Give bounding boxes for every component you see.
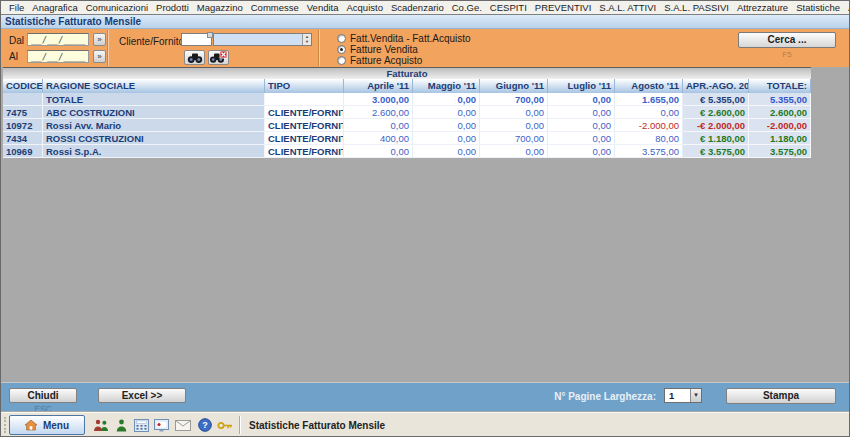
menu-button[interactable]: Menu — [9, 415, 85, 435]
col-header-9[interactable]: TOTALE: — [749, 79, 811, 93]
table-row[interactable]: 7434ROSSI COSTRUZIONICLIENTE/FORNITORE40… — [3, 132, 811, 145]
menu-button-label: Menu — [43, 420, 69, 431]
cell-month-4: -2.000,00 — [615, 119, 683, 132]
cell-ragione-sociale: ABC COSTRUZIONI — [43, 106, 265, 119]
col-header-8[interactable]: APR.-AGO. 2011 — [683, 79, 749, 93]
monitor-icon — [154, 419, 169, 432]
help-icon: ? — [198, 418, 212, 432]
col-header-2[interactable]: TIPO — [265, 79, 344, 93]
cell-month-3: 0,00 — [548, 119, 615, 132]
cell-month-0: 0,00 — [344, 145, 413, 158]
radio-label: Fatt.Vendita - Fatt.Acquisto — [350, 33, 471, 44]
al-calendar-button[interactable]: » — [93, 50, 106, 63]
menu-item-s-a-l-passivi[interactable]: S.A.L. PASSIVI — [660, 2, 733, 13]
cell-codice — [3, 93, 43, 106]
search-client-button[interactable] — [184, 50, 205, 65]
col-header-5[interactable]: Giugno '11 — [480, 79, 548, 93]
cliente-name-field[interactable]: ▲▼ — [213, 33, 312, 46]
cell-tipo: CLIENTE/FORNITORE — [265, 132, 344, 145]
cell-month-3: 0,00 — [548, 93, 615, 106]
dal-date-input[interactable]: __/__/____ — [27, 33, 89, 46]
clear-client-button[interactable] — [208, 50, 229, 65]
radio-option-2[interactable]: Fatture Acquisto — [337, 55, 422, 66]
col-header-6[interactable]: Luglio '11 — [548, 79, 615, 93]
cell-tipo: CLIENTE/FORNITORE — [265, 145, 344, 158]
cell-month-4: 80,00 — [615, 132, 683, 145]
menu-item-aiuto[interactable]: Aiuto — [844, 2, 850, 13]
calculator-button[interactable] — [131, 416, 151, 434]
col-header-0[interactable]: CODICE — [3, 79, 43, 93]
menu-item-magazzino[interactable]: Magazzino — [193, 2, 247, 13]
stampa-button[interactable]: Stampa — [726, 388, 836, 404]
cell-totale: -2.000,00 — [749, 119, 811, 132]
total-row[interactable]: TOTALE3.000,000,00700,000,001.655,00€ 5.… — [3, 93, 811, 106]
menu-item-cespiti[interactable]: CESPITI — [486, 2, 531, 13]
col-header-3[interactable]: Aprile '11 — [344, 79, 413, 93]
users-button[interactable] — [91, 416, 111, 434]
cerca-shortcut-hint: F5 — [738, 50, 836, 59]
user-button[interactable] — [111, 416, 131, 434]
home-icon — [25, 420, 37, 431]
calculator-icon — [134, 419, 149, 432]
cell-month-3: 0,00 — [548, 106, 615, 119]
filter-panel: Dal __/__/____ » Al __/__/____ » Cliente… — [1, 29, 849, 67]
al-date-input[interactable]: __/__/____ — [27, 50, 89, 63]
table-row[interactable]: 10969Rossi S.p.A.CLIENTE/FORNITORE0,000,… — [3, 145, 811, 158]
radio-option-0[interactable]: Fatt.Vendita - Fatt.Acquisto — [337, 33, 471, 44]
excel-button[interactable]: Excel >> — [98, 388, 186, 403]
cell-month-4: 3.575,00 — [615, 145, 683, 158]
cell-ragione-sociale: ROSSI COSTRUZIONI — [43, 132, 265, 145]
pages-width-value: 1 — [665, 390, 690, 401]
menu-item-anagrafica[interactable]: Anagrafica — [28, 2, 81, 13]
menu-item-preventivi[interactable]: PREVENTIVI — [531, 2, 596, 13]
cell-month-0: 400,00 — [344, 132, 413, 145]
radio-icon[interactable] — [337, 56, 346, 65]
dal-calendar-button[interactable]: » — [93, 33, 106, 46]
title-bar: Statistiche Fatturato Mensile — [1, 15, 849, 29]
help-button[interactable]: ? — [195, 416, 215, 434]
col-header-4[interactable]: Maggio '11 — [413, 79, 480, 93]
menu-item-s-a-l-attivi[interactable]: S.A.L. ATTIVI — [595, 2, 660, 13]
menu-item-vendita[interactable]: Vendita — [303, 2, 343, 13]
cell-periodo: € 2.600,00 — [683, 106, 749, 119]
status-divider — [239, 416, 240, 434]
user-icon — [116, 419, 127, 432]
menu-item-comunicazioni[interactable]: Comunicazioni — [82, 2, 152, 13]
chiudi-button[interactable]: Chiudi — [9, 388, 77, 403]
menu-item-statistiche[interactable]: Statistiche — [792, 2, 844, 13]
menu-item-acquisto[interactable]: Acquisto — [343, 2, 387, 13]
menu-item-scadenzario[interactable]: Scadenzario — [387, 2, 448, 13]
users-icon — [93, 419, 109, 432]
cell-ragione-sociale: TOTALE — [43, 93, 265, 106]
table-row[interactable]: 7475ABC COSTRUZIONICLIENTE/FORNITORE2.60… — [3, 106, 811, 119]
table-row[interactable]: 10972Rossi Avv. MarioCLIENTE/FORNITORE0,… — [3, 119, 811, 132]
status-text: Statistiche Fatturato Mensile — [249, 420, 385, 431]
radio-option-1[interactable]: Fatture Vendita — [337, 44, 418, 55]
menu-item-commesse[interactable]: Commesse — [247, 2, 303, 13]
menu-bar: FileAnagraficaComunicazioniProdottiMagaz… — [1, 1, 849, 15]
pages-width-select[interactable]: 1 ▼ — [664, 388, 702, 403]
cell-month-2: 700,00 — [480, 93, 548, 106]
cerca-button[interactable]: Cerca ... — [738, 32, 836, 48]
binoculars-clear-icon — [210, 51, 227, 64]
menu-item-attrezzature[interactable]: Attrezzature — [733, 2, 792, 13]
radio-icon[interactable] — [337, 34, 346, 43]
radio-icon[interactable] — [337, 45, 346, 54]
menu-item-co-ge-[interactable]: Co.Ge. — [448, 2, 486, 13]
col-header-7[interactable]: Agosto '11 — [615, 79, 683, 93]
monitor-button[interactable] — [151, 416, 171, 434]
panel-divider — [107, 30, 108, 66]
menu-item-prodotti[interactable]: Prodotti — [152, 2, 193, 13]
menu-item-file[interactable]: File — [5, 2, 28, 13]
radio-label: Fatture Vendita — [350, 44, 418, 55]
cell-month-4: 1.655,00 — [615, 93, 683, 106]
cell-month-0: 2.600,00 — [344, 106, 413, 119]
chevron-down-icon: ▼ — [690, 389, 701, 402]
cell-month-1: 0,00 — [413, 93, 480, 106]
col-header-1[interactable]: RAGIONE SOCIALE — [43, 79, 265, 93]
key-button[interactable] — [215, 416, 235, 434]
cell-month-0: 0,00 — [344, 119, 413, 132]
mail-button[interactable] — [173, 416, 193, 434]
mail-icon — [175, 420, 191, 431]
spinner-icon[interactable]: ▲▼ — [302, 34, 311, 45]
